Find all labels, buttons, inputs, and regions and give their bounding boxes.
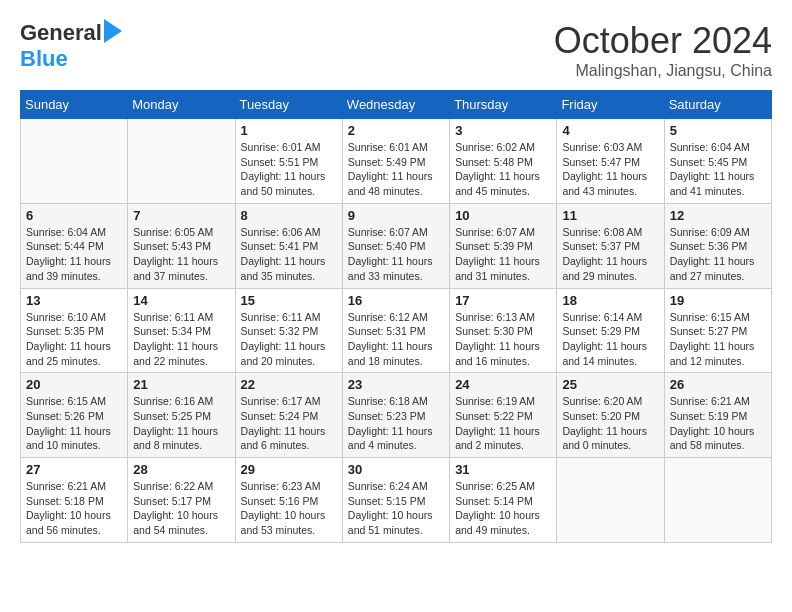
day-info: Sunrise: 6:03 AM Sunset: 5:47 PM Dayligh… (562, 140, 658, 199)
day-info: Sunrise: 6:14 AM Sunset: 5:29 PM Dayligh… (562, 310, 658, 369)
day-number: 7 (133, 208, 229, 223)
calendar-cell: 10Sunrise: 6:07 AM Sunset: 5:39 PM Dayli… (450, 203, 557, 288)
day-info: Sunrise: 6:07 AM Sunset: 5:40 PM Dayligh… (348, 225, 444, 284)
day-number: 27 (26, 462, 122, 477)
day-info: Sunrise: 6:21 AM Sunset: 5:19 PM Dayligh… (670, 394, 766, 453)
day-number: 29 (241, 462, 337, 477)
calendar-cell: 24Sunrise: 6:19 AM Sunset: 5:22 PM Dayli… (450, 373, 557, 458)
calendar-week-row: 20Sunrise: 6:15 AM Sunset: 5:26 PM Dayli… (21, 373, 772, 458)
day-info: Sunrise: 6:21 AM Sunset: 5:18 PM Dayligh… (26, 479, 122, 538)
day-number: 20 (26, 377, 122, 392)
calendar-cell (664, 458, 771, 543)
day-info: Sunrise: 6:17 AM Sunset: 5:24 PM Dayligh… (241, 394, 337, 453)
day-info: Sunrise: 6:19 AM Sunset: 5:22 PM Dayligh… (455, 394, 551, 453)
calendar-cell: 13Sunrise: 6:10 AM Sunset: 5:35 PM Dayli… (21, 288, 128, 373)
day-info: Sunrise: 6:09 AM Sunset: 5:36 PM Dayligh… (670, 225, 766, 284)
day-number: 1 (241, 123, 337, 138)
calendar-cell: 9Sunrise: 6:07 AM Sunset: 5:40 PM Daylig… (342, 203, 449, 288)
day-number: 14 (133, 293, 229, 308)
calendar-cell: 31Sunrise: 6:25 AM Sunset: 5:14 PM Dayli… (450, 458, 557, 543)
logo-general-text: General (20, 20, 102, 46)
calendar-cell: 11Sunrise: 6:08 AM Sunset: 5:37 PM Dayli… (557, 203, 664, 288)
day-number: 5 (670, 123, 766, 138)
calendar-cell: 26Sunrise: 6:21 AM Sunset: 5:19 PM Dayli… (664, 373, 771, 458)
day-number: 26 (670, 377, 766, 392)
calendar-cell: 4Sunrise: 6:03 AM Sunset: 5:47 PM Daylig… (557, 119, 664, 204)
day-info: Sunrise: 6:22 AM Sunset: 5:17 PM Dayligh… (133, 479, 229, 538)
calendar-week-row: 1Sunrise: 6:01 AM Sunset: 5:51 PM Daylig… (21, 119, 772, 204)
calendar-cell: 20Sunrise: 6:15 AM Sunset: 5:26 PM Dayli… (21, 373, 128, 458)
calendar-cell: 3Sunrise: 6:02 AM Sunset: 5:48 PM Daylig… (450, 119, 557, 204)
calendar-cell: 6Sunrise: 6:04 AM Sunset: 5:44 PM Daylig… (21, 203, 128, 288)
day-info: Sunrise: 6:02 AM Sunset: 5:48 PM Dayligh… (455, 140, 551, 199)
day-number: 12 (670, 208, 766, 223)
day-info: Sunrise: 6:18 AM Sunset: 5:23 PM Dayligh… (348, 394, 444, 453)
day-info: Sunrise: 6:25 AM Sunset: 5:14 PM Dayligh… (455, 479, 551, 538)
day-info: Sunrise: 6:10 AM Sunset: 5:35 PM Dayligh… (26, 310, 122, 369)
day-number: 23 (348, 377, 444, 392)
calendar-cell: 17Sunrise: 6:13 AM Sunset: 5:30 PM Dayli… (450, 288, 557, 373)
day-of-week-header: Thursday (450, 91, 557, 119)
day-number: 31 (455, 462, 551, 477)
calendar-table: SundayMondayTuesdayWednesdayThursdayFrid… (20, 90, 772, 543)
day-info: Sunrise: 6:04 AM Sunset: 5:44 PM Dayligh… (26, 225, 122, 284)
day-of-week-header: Saturday (664, 91, 771, 119)
day-info: Sunrise: 6:16 AM Sunset: 5:25 PM Dayligh… (133, 394, 229, 453)
day-of-week-header: Monday (128, 91, 235, 119)
day-number: 16 (348, 293, 444, 308)
day-number: 4 (562, 123, 658, 138)
calendar-cell: 1Sunrise: 6:01 AM Sunset: 5:51 PM Daylig… (235, 119, 342, 204)
calendar-cell (128, 119, 235, 204)
logo: General Blue (20, 20, 122, 72)
day-of-week-header: Wednesday (342, 91, 449, 119)
calendar-cell: 7Sunrise: 6:05 AM Sunset: 5:43 PM Daylig… (128, 203, 235, 288)
calendar-cell (557, 458, 664, 543)
day-info: Sunrise: 6:13 AM Sunset: 5:30 PM Dayligh… (455, 310, 551, 369)
calendar-cell: 25Sunrise: 6:20 AM Sunset: 5:20 PM Dayli… (557, 373, 664, 458)
day-info: Sunrise: 6:01 AM Sunset: 5:49 PM Dayligh… (348, 140, 444, 199)
day-of-week-header: Sunday (21, 91, 128, 119)
day-info: Sunrise: 6:12 AM Sunset: 5:31 PM Dayligh… (348, 310, 444, 369)
day-number: 15 (241, 293, 337, 308)
day-info: Sunrise: 6:01 AM Sunset: 5:51 PM Dayligh… (241, 140, 337, 199)
day-info: Sunrise: 6:04 AM Sunset: 5:45 PM Dayligh… (670, 140, 766, 199)
day-of-week-header: Tuesday (235, 91, 342, 119)
calendar-cell: 19Sunrise: 6:15 AM Sunset: 5:27 PM Dayli… (664, 288, 771, 373)
day-info: Sunrise: 6:11 AM Sunset: 5:32 PM Dayligh… (241, 310, 337, 369)
day-info: Sunrise: 6:24 AM Sunset: 5:15 PM Dayligh… (348, 479, 444, 538)
calendar-cell: 15Sunrise: 6:11 AM Sunset: 5:32 PM Dayli… (235, 288, 342, 373)
day-number: 8 (241, 208, 337, 223)
calendar-cell: 29Sunrise: 6:23 AM Sunset: 5:16 PM Dayli… (235, 458, 342, 543)
day-number: 25 (562, 377, 658, 392)
calendar-cell: 30Sunrise: 6:24 AM Sunset: 5:15 PM Dayli… (342, 458, 449, 543)
calendar-cell: 18Sunrise: 6:14 AM Sunset: 5:29 PM Dayli… (557, 288, 664, 373)
day-info: Sunrise: 6:05 AM Sunset: 5:43 PM Dayligh… (133, 225, 229, 284)
page-header: General Blue October 2024 Malingshan, Ji… (20, 20, 772, 80)
day-number: 21 (133, 377, 229, 392)
day-number: 2 (348, 123, 444, 138)
calendar-cell: 22Sunrise: 6:17 AM Sunset: 5:24 PM Dayli… (235, 373, 342, 458)
day-info: Sunrise: 6:11 AM Sunset: 5:34 PM Dayligh… (133, 310, 229, 369)
day-number: 3 (455, 123, 551, 138)
day-number: 18 (562, 293, 658, 308)
day-info: Sunrise: 6:08 AM Sunset: 5:37 PM Dayligh… (562, 225, 658, 284)
day-number: 24 (455, 377, 551, 392)
day-number: 28 (133, 462, 229, 477)
calendar-cell: 8Sunrise: 6:06 AM Sunset: 5:41 PM Daylig… (235, 203, 342, 288)
day-number: 19 (670, 293, 766, 308)
day-of-week-header: Friday (557, 91, 664, 119)
calendar-header-row: SundayMondayTuesdayWednesdayThursdayFrid… (21, 91, 772, 119)
calendar-cell: 23Sunrise: 6:18 AM Sunset: 5:23 PM Dayli… (342, 373, 449, 458)
day-number: 10 (455, 208, 551, 223)
logo-arrow-icon (104, 19, 122, 43)
calendar-week-row: 27Sunrise: 6:21 AM Sunset: 5:18 PM Dayli… (21, 458, 772, 543)
day-info: Sunrise: 6:20 AM Sunset: 5:20 PM Dayligh… (562, 394, 658, 453)
calendar-week-row: 6Sunrise: 6:04 AM Sunset: 5:44 PM Daylig… (21, 203, 772, 288)
day-number: 22 (241, 377, 337, 392)
day-info: Sunrise: 6:23 AM Sunset: 5:16 PM Dayligh… (241, 479, 337, 538)
day-number: 11 (562, 208, 658, 223)
calendar-cell: 2Sunrise: 6:01 AM Sunset: 5:49 PM Daylig… (342, 119, 449, 204)
title-block: October 2024 Malingshan, Jiangsu, China (554, 20, 772, 80)
day-number: 30 (348, 462, 444, 477)
day-number: 13 (26, 293, 122, 308)
